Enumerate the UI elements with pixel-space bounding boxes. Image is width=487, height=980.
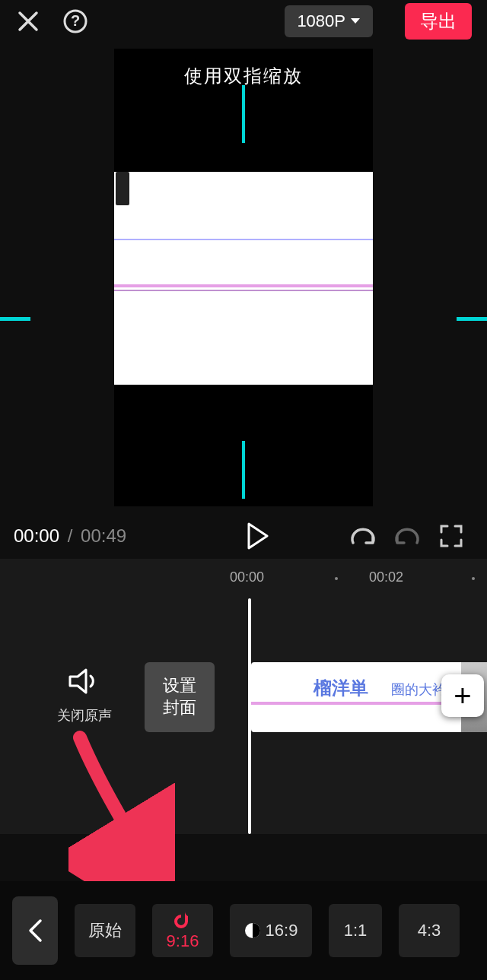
- top-bar: ? 1080P 导出: [0, 0, 487, 42]
- ratio-1-1-button[interactable]: 1:1: [329, 904, 382, 957]
- playhead[interactable]: [248, 598, 251, 834]
- duration: 00:49: [81, 525, 126, 546]
- guide-bottom-icon: [242, 441, 245, 499]
- add-clip-button[interactable]: +: [441, 674, 484, 717]
- svg-text:?: ?: [71, 12, 80, 29]
- undo-icon: [348, 524, 378, 548]
- play-icon: [246, 522, 270, 550]
- redo-button[interactable]: [388, 517, 426, 555]
- douyin-icon: [174, 910, 191, 928]
- help-icon[interactable]: ?: [62, 8, 88, 34]
- preview-area: 使用双指缩放: [0, 42, 487, 513]
- app-root: ? 1080P 导出 使用双指缩放 00:00: [0, 0, 487, 980]
- ruler-dot: [335, 577, 338, 580]
- speaker-icon: [68, 667, 101, 696]
- set-cover-button[interactable]: 设置 封面: [145, 662, 215, 732]
- ruler-mark: 00:02: [369, 569, 403, 585]
- aspect-ratio-bar: 原始 9:16 16:9 1:1 4:3: [0, 881, 487, 980]
- ratio-9-16-button[interactable]: 9:16: [152, 904, 213, 957]
- ratio-4-3-button[interactable]: 4:3: [399, 904, 460, 957]
- redo-icon: [392, 524, 422, 548]
- undo-button[interactable]: [344, 517, 382, 555]
- timeline-tracks[interactable]: 关闭原声 设置 封面 榴洋単 圈的大衿単 +: [0, 598, 487, 834]
- timeline-ruler[interactable]: 00:00 00:02: [0, 559, 487, 598]
- ruler-dot: [472, 577, 475, 580]
- guide-right-icon: [457, 317, 487, 321]
- time-separator: /: [68, 525, 73, 546]
- mute-label: 关闭原声: [57, 706, 112, 725]
- chevron-down-icon: [350, 17, 361, 25]
- time-display: 00:00 / 00:49: [14, 525, 126, 547]
- plus-icon: +: [454, 679, 471, 713]
- ratio-original-button[interactable]: 原始: [75, 904, 135, 957]
- ratio-16-9-button[interactable]: 16:9: [230, 904, 312, 957]
- guide-top-icon: [242, 85, 245, 143]
- fullscreen-button[interactable]: [432, 517, 470, 555]
- back-button[interactable]: [12, 896, 58, 965]
- preview-content: [114, 172, 373, 385]
- close-icon[interactable]: [15, 8, 41, 34]
- resolution-label: 1080P: [297, 11, 345, 31]
- playback-controls: 00:00 / 00:49: [0, 513, 487, 559]
- preview-canvas[interactable]: 使用双指缩放: [114, 49, 373, 506]
- xigua-icon: [244, 922, 261, 939]
- export-button[interactable]: 导出: [405, 3, 472, 40]
- play-button[interactable]: [239, 517, 277, 555]
- current-time: 00:00: [14, 525, 59, 546]
- guide-left-icon: [0, 317, 30, 321]
- chevron-left-icon: [27, 918, 43, 944]
- expand-icon: [439, 524, 463, 548]
- mute-button[interactable]: 关闭原声: [57, 667, 112, 725]
- ruler-mark: 00:00: [230, 569, 264, 585]
- clip-caption: 榴洋単: [314, 676, 368, 700]
- resolution-button[interactable]: 1080P: [285, 5, 373, 37]
